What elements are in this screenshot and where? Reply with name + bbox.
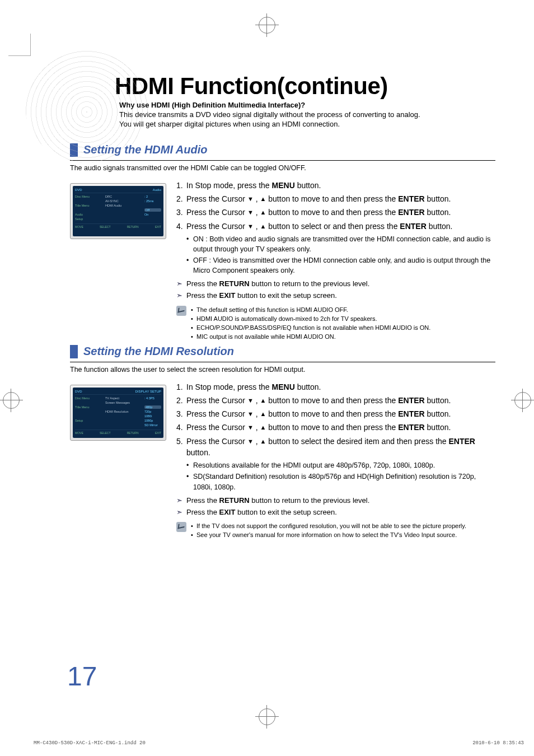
- step-body: Press the Cursor ▼ , ▲ button to move to…: [186, 422, 495, 433]
- osd-cell: : 25ms: [144, 199, 161, 203]
- osd-row: AudioOn: [75, 212, 161, 217]
- osd-foot-item: MOVE: [75, 431, 83, 435]
- registration-mark-right: [514, 392, 531, 409]
- down-triangle-icon: ▼: [247, 423, 254, 432]
- down-triangle-icon: ▼: [247, 396, 254, 405]
- step: 2.Press the Cursor ▼ , ▲ button to move …: [176, 395, 495, 406]
- osd-screenshot-res: DVD DISPLAY SETUP Disc MenuTV Aspect: 4:…: [70, 385, 166, 540]
- osd-cell: 1080p: [144, 419, 161, 422]
- osd-row: HDMI Resolution720p: [75, 409, 161, 414]
- step-body: Press the Cursor ▼ , ▲ button to move to…: [186, 193, 495, 204]
- res-info-lines: •If the TV does not support the configur…: [191, 522, 466, 540]
- bullet-text: Resolutions available for the HDMI outpu…: [193, 460, 495, 470]
- osd-cell: 1080i: [144, 414, 161, 418]
- osd-foot-item: SELECT: [100, 431, 110, 435]
- step-number: 1.: [176, 180, 186, 191]
- why-heading: Why use HDMI (High Definition Multimedia…: [119, 101, 495, 109]
- res-arrows: ➣Press the RETURN button to return to th…: [176, 496, 495, 518]
- down-triangle-icon: ▼: [247, 195, 254, 204]
- step-body: Press the Cursor ▼ , ▲ button to move to…: [186, 395, 495, 406]
- down-triangle-icon: ▼: [247, 222, 254, 231]
- info-text: HDMI AUDIO is automatically down-mixed t…: [196, 315, 377, 323]
- section-heading-res: Setting the HDMI Resolution: [70, 345, 495, 358]
- info-item: •MIC output is not available while HDMI …: [191, 333, 430, 341]
- osd-cell: On: [144, 213, 161, 216]
- registration-mark-bottom: [259, 708, 275, 725]
- section-intro-res: The function allows the user to select t…: [70, 366, 495, 374]
- info-item: •See your TV owner's manual for more inf…: [191, 531, 466, 539]
- step-number: 3.: [176, 408, 186, 419]
- bullet-dot-icon: •: [191, 324, 196, 332]
- osd-foot-item: RETURN: [127, 431, 139, 435]
- res-steps: 1.In Stop mode, press the MENU button.2.…: [176, 381, 495, 540]
- section-intro-audio: The audio signals transmitted over the H…: [70, 164, 495, 172]
- up-triangle-icon: ▲: [260, 195, 266, 204]
- osd-cell: [105, 419, 142, 422]
- step-body: In Stop mode, press the MENU button.: [186, 180, 495, 191]
- step-number: 3.: [176, 207, 186, 218]
- step: 1.In Stop mode, press the MENU button.: [176, 381, 495, 393]
- osd-cell: Off: [144, 208, 161, 212]
- osd-cell: Screen Messages: [105, 401, 142, 404]
- osd-cell: Audio: [75, 213, 103, 216]
- up-triangle-icon: ▲: [260, 208, 266, 217]
- arrow-text: Press the RETURN button to return to the…: [186, 496, 369, 506]
- intro-line-2: You will get sharper digital pictures wh…: [119, 120, 340, 128]
- osd-cell: [75, 423, 103, 427]
- bullet-item: •ON : Both video and audio signals are t…: [186, 234, 495, 254]
- step-body: Press the Cursor ▼ , ▲ button to move to…: [186, 207, 495, 218]
- osd-cell: Disc Menu: [75, 396, 103, 400]
- osd-top-right: DISPLAY SETUP: [135, 390, 161, 393]
- osd-screenshot-audio: DVD Audio Disc MenuDRC: 2AV-SYNC: 25msTi…: [70, 183, 166, 342]
- osd-cell: Title Menu: [75, 405, 103, 409]
- arrow-item: ➣Press the RETURN button to return to th…: [176, 496, 495, 506]
- osd-foot-item: MOVE: [75, 225, 83, 228]
- osd-foot-item: RETURN: [127, 225, 139, 228]
- osd-row: 1080i: [75, 414, 161, 418]
- osd-cell: DRC: [105, 195, 142, 198]
- info-text: ECHO/P.SOUND/P.BASS/DSP/EQ function is n…: [196, 324, 430, 332]
- note-icon: [176, 522, 186, 532]
- arrow-item: ➣Press the EXIT button to exit the setup…: [176, 507, 495, 518]
- down-triangle-icon: ▼: [247, 437, 254, 446]
- intro-text: This device transmits a DVD video signal…: [119, 110, 495, 129]
- info-item: •HDMI AUDIO is automatically down-mixed …: [191, 315, 430, 323]
- bullet-dot-icon: •: [186, 255, 193, 276]
- osd-cell: Setup: [75, 217, 103, 221]
- osd-cell: Setup: [75, 419, 103, 422]
- bullet-dot-icon: •: [186, 460, 193, 470]
- bullet-text: SD(Standard Definition) resolution is 48…: [193, 472, 495, 492]
- info-text: See your TV owner's manual for more info…: [196, 531, 457, 539]
- osd-cell: 720p: [144, 410, 161, 413]
- osd-cell: SD Mirror: [144, 423, 161, 427]
- page-number: 17: [67, 661, 97, 692]
- osd-cell: : 4:3PS: [144, 396, 161, 400]
- page-title: HDMI Function(continue): [115, 73, 495, 100]
- osd-cell: Disc Menu: [75, 195, 103, 198]
- info-item: •The default setting of this function is…: [191, 306, 430, 314]
- note-icon: [176, 306, 186, 316]
- decorative-binary-art: [25, 50, 148, 162]
- bullet-dot-icon: •: [191, 333, 196, 341]
- up-triangle-icon: ▲: [260, 222, 266, 231]
- osd-cell: TV Aspect: [105, 396, 142, 400]
- osd-foot-item: EXIT: [155, 431, 161, 435]
- osd-cell: [144, 401, 161, 404]
- osd-row: Disc MenuDRC: 2: [75, 194, 161, 199]
- osd-row: Screen Messages: [75, 400, 161, 405]
- osd-cell: 480p: [144, 405, 161, 409]
- step: 5.Press the Cursor ▼ , ▲ button to selec…: [176, 436, 495, 459]
- osd-foot-item: SELECT: [100, 225, 110, 228]
- up-triangle-icon: ▲: [260, 423, 266, 432]
- step: 3.Press the Cursor ▼ , ▲ button to move …: [176, 207, 495, 218]
- osd-row: SD Mirror: [75, 423, 161, 427]
- step-number: 4.: [176, 221, 186, 232]
- bullet-dot-icon: •: [186, 234, 193, 254]
- osd-cell: [105, 405, 142, 409]
- osd-foot-item: EXIT: [155, 225, 161, 228]
- audio-info-block: •The default setting of this function is…: [176, 306, 495, 341]
- osd-cell: [105, 414, 142, 418]
- osd-row: Setup1080p: [75, 418, 161, 423]
- arrow-text: Press the EXIT button to exit the setup …: [186, 507, 337, 518]
- osd-row: AV-SYNC: 25ms: [75, 199, 161, 203]
